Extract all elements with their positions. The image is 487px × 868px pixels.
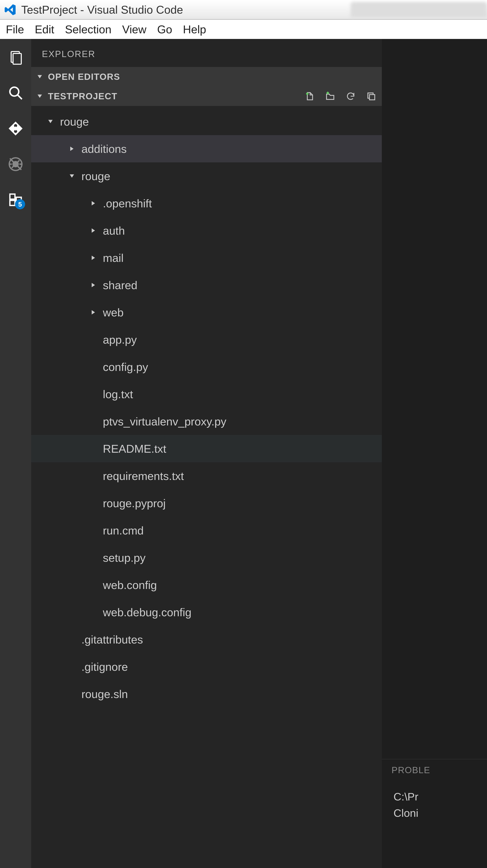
- tree-item-label: rouge.sln: [82, 687, 128, 701]
- tree-item-label: shared: [103, 279, 137, 292]
- svg-line-3: [18, 95, 22, 99]
- search-icon[interactable]: [8, 85, 23, 100]
- editor-area: PROBLE C:\Pr Cloni: [382, 39, 487, 868]
- file-item[interactable]: web.debug.config: [31, 598, 382, 626]
- tree-item-label: setup.py: [103, 551, 146, 564]
- twistie-down-icon: [37, 93, 42, 99]
- refresh-icon[interactable]: [346, 91, 356, 101]
- menu-view[interactable]: View: [122, 23, 147, 36]
- svg-rect-21: [369, 95, 375, 100]
- tree-item-label: .openshift: [103, 197, 152, 210]
- file-item[interactable]: setup.py: [31, 544, 382, 571]
- tree-item-label: web: [103, 306, 123, 319]
- twistie-right-icon[interactable]: [91, 282, 96, 288]
- svg-rect-13: [10, 194, 15, 199]
- twistie-down-icon: [37, 74, 42, 80]
- source-control-icon[interactable]: [8, 121, 23, 136]
- tree-item-label: requirements.txt: [103, 469, 184, 483]
- folder-item[interactable]: mail: [31, 244, 382, 272]
- collapse-all-icon[interactable]: [366, 91, 376, 101]
- new-folder-icon[interactable]: [325, 91, 335, 101]
- open-editors-header[interactable]: OPEN EDITORS: [31, 67, 382, 87]
- tree-item-label: rouge.pyproj: [103, 497, 165, 510]
- folder-item[interactable]: web: [31, 299, 382, 326]
- file-item[interactable]: app.py: [31, 326, 382, 353]
- file-item[interactable]: web.config: [31, 571, 382, 598]
- file-item[interactable]: rouge.sln: [31, 680, 382, 708]
- svg-point-2: [10, 87, 19, 96]
- tree-item-label: ptvs_virtualenv_proxy.py: [103, 415, 226, 428]
- twistie-right-icon[interactable]: [91, 200, 96, 206]
- folder-item[interactable]: .openshift: [31, 190, 382, 217]
- project-actions: [305, 91, 376, 101]
- file-item[interactable]: ptvs_virtualenv_proxy.py: [31, 408, 382, 435]
- file-item[interactable]: rouge.pyproj: [31, 490, 382, 517]
- menu-selection[interactable]: Selection: [65, 23, 112, 36]
- vscode-logo-icon: [4, 3, 17, 16]
- new-file-icon[interactable]: [305, 91, 314, 101]
- folder-item[interactable]: shared: [31, 272, 382, 299]
- tree-item-label: .gitattributes: [82, 633, 143, 646]
- svg-line-10: [12, 166, 14, 168]
- file-item[interactable]: .gitignore: [31, 653, 382, 680]
- menu-edit[interactable]: Edit: [35, 23, 54, 36]
- twistie-down-icon[interactable]: [69, 173, 74, 179]
- folder-item[interactable]: additions: [31, 135, 382, 162]
- tree-item-label: README.txt: [103, 442, 166, 455]
- twistie-right-icon[interactable]: [91, 310, 96, 315]
- file-item[interactable]: requirements.txt: [31, 462, 382, 490]
- terminal-output: C:\Pr Cloni: [382, 781, 487, 829]
- menubar: File Edit Selection View Go Help: [0, 20, 487, 39]
- tree-item-label: rouge: [82, 169, 110, 183]
- file-tree: rougeadditionsrouge.openshiftauthmailsha…: [31, 106, 382, 708]
- twistie-down-icon[interactable]: [48, 119, 53, 124]
- project-header[interactable]: TESTPROJECT: [31, 87, 382, 106]
- file-item[interactable]: .gitattributes: [31, 626, 382, 653]
- twistie-right-icon[interactable]: [69, 146, 74, 152]
- folder-item[interactable]: rouge: [31, 162, 382, 190]
- window-title: TestProject - Visual Studio Code: [21, 3, 183, 16]
- file-item[interactable]: run.cmd: [31, 517, 382, 544]
- extensions-icon[interactable]: 5: [8, 192, 23, 207]
- menu-file[interactable]: File: [6, 23, 24, 36]
- svg-rect-1: [13, 54, 21, 64]
- svg-line-11: [18, 160, 20, 162]
- file-item[interactable]: README.txt: [31, 435, 382, 462]
- tree-item-label: config.py: [103, 361, 148, 373]
- twistie-right-icon[interactable]: [91, 255, 96, 260]
- panel-tab-problems[interactable]: PROBLE: [392, 765, 430, 775]
- project-label: TESTPROJECT: [48, 91, 118, 101]
- background-tab: [351, 2, 487, 18]
- file-item[interactable]: config.py: [31, 353, 382, 380]
- tree-item-label: app.py: [103, 333, 137, 346]
- menu-help[interactable]: Help: [183, 23, 206, 36]
- titlebar: TestProject - Visual Studio Code: [0, 0, 487, 20]
- open-editors-label: OPEN EDITORS: [48, 71, 120, 82]
- folder-item[interactable]: rouge: [31, 108, 382, 135]
- explorer-icon[interactable]: [8, 50, 23, 65]
- extensions-badge: 5: [15, 199, 25, 209]
- file-item[interactable]: log.txt: [31, 380, 382, 408]
- tree-item-label: run.cmd: [103, 524, 144, 537]
- tree-item-label: log.txt: [103, 388, 133, 401]
- tree-item-label: additions: [82, 142, 127, 155]
- debug-icon[interactable]: [8, 157, 23, 172]
- menu-go[interactable]: Go: [157, 23, 172, 36]
- folder-item[interactable]: auth: [31, 217, 382, 244]
- sidebar-title: EXPLORER: [31, 39, 382, 67]
- tree-item-label: mail: [103, 251, 123, 265]
- tree-item-label: rouge: [60, 115, 89, 128]
- tree-item-label: web.config: [103, 579, 157, 591]
- explorer-sidebar: EXPLORER OPEN EDITORS TESTPROJECT rougea…: [31, 39, 382, 868]
- activity-bar: 5: [0, 39, 31, 868]
- tree-item-label: web.debug.config: [103, 606, 191, 619]
- tree-item-label: .gitignore: [82, 660, 128, 673]
- bottom-panel: PROBLE C:\Pr Cloni: [382, 759, 487, 868]
- svg-rect-14: [10, 200, 15, 206]
- twistie-right-icon[interactable]: [91, 228, 96, 233]
- tree-item-label: auth: [103, 224, 125, 237]
